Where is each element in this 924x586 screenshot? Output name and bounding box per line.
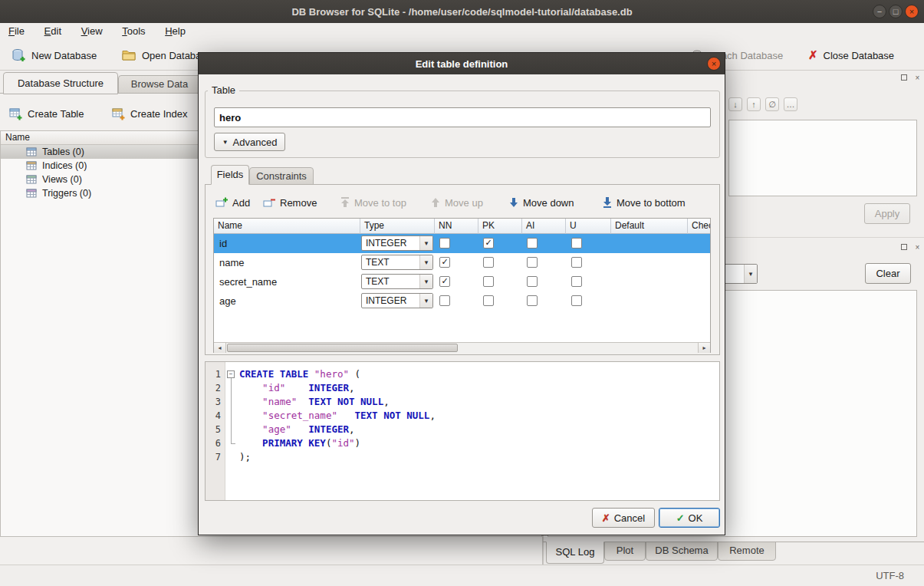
tab-plot[interactable]: Plot xyxy=(604,542,646,561)
fold-line-end xyxy=(231,443,235,444)
field-name-cell[interactable]: secret_name xyxy=(214,272,360,291)
remove-field-button[interactable]: Remove xyxy=(263,192,317,213)
tab-db-schema[interactable]: DB Schema xyxy=(646,542,718,561)
nn-checkbox[interactable]: ✓ xyxy=(439,276,450,287)
dock1-float-icon[interactable] xyxy=(899,74,909,84)
nn-checkbox[interactable]: ✓ xyxy=(439,257,450,268)
move-to-top-button[interactable]: Move to top xyxy=(340,192,406,213)
menu-tools[interactable]: Tools xyxy=(113,23,153,39)
app-screen: { "colors": { "selection_blue": "#45a2e8… xyxy=(0,0,924,586)
indices-icon xyxy=(26,160,37,171)
type-combo[interactable]: TEXT▾ xyxy=(361,255,433,270)
nn-checkbox[interactable] xyxy=(439,238,450,249)
type-combo[interactable]: INTEGER▾ xyxy=(361,235,433,251)
u-checkbox[interactable] xyxy=(571,295,582,306)
menu-file[interactable]: File xyxy=(0,23,33,39)
window-titlebar[interactable]: DB Browser for SQLite - /home/user/code/… xyxy=(0,0,924,23)
apply-button[interactable]: Apply xyxy=(864,203,910,224)
minimize-button[interactable]: − xyxy=(873,5,886,18)
cell-print-icon[interactable]: … xyxy=(784,97,797,111)
pk-checkbox[interactable] xyxy=(483,295,494,306)
fold-marker-icon[interactable]: − xyxy=(227,370,235,378)
chevron-down-icon: ▼ xyxy=(222,139,229,146)
cancel-x-icon: ✗ xyxy=(602,512,610,524)
field-row-name[interactable]: name TEXT▾ ✓ xyxy=(214,253,710,272)
column-header-pk[interactable]: PK xyxy=(478,219,522,234)
window-close-button[interactable]: × xyxy=(905,5,919,18)
column-header-name[interactable]: Name xyxy=(214,219,360,234)
maximize-button[interactable]: □ xyxy=(889,5,903,18)
field-row-secret-name[interactable]: secret_name TEXT▾ ✓ xyxy=(214,272,710,291)
move-to-bottom-button[interactable]: Move to bottom xyxy=(603,192,686,213)
column-header-ai[interactable]: AI xyxy=(522,219,566,234)
field-row-age[interactable]: age INTEGER▾ xyxy=(214,291,710,311)
column-header-u[interactable]: U xyxy=(566,219,611,234)
type-combo[interactable]: TEXT▾ xyxy=(361,274,433,289)
new-database-button[interactable]: New Database xyxy=(11,44,97,66)
ai-checkbox[interactable] xyxy=(527,276,538,287)
dialog-close-button[interactable]: × xyxy=(707,57,721,71)
encoding-indicator[interactable]: UTF-8 xyxy=(876,570,904,581)
ok-button[interactable]: ✓ OK xyxy=(659,508,720,528)
field-name-cell[interactable]: age xyxy=(214,291,360,311)
field-row-id[interactable]: id INTEGER▾ ✓ xyxy=(214,234,710,253)
clear-button[interactable]: Clear xyxy=(865,263,911,284)
remove-label: Remove xyxy=(280,197,317,209)
triggers-icon xyxy=(26,188,37,199)
cancel-button[interactable]: ✗ Cancel xyxy=(592,508,655,528)
sql-preview[interactable]: 1234567 − CREATE TABLE "hero" ( "id" INT… xyxy=(205,361,720,501)
field-name-cell[interactable]: name xyxy=(214,253,360,272)
tab-browse-data[interactable]: Browse Data xyxy=(118,75,201,94)
dock2-float-icon[interactable] xyxy=(899,243,909,253)
combo-arrow-icon: ▾ xyxy=(419,275,432,288)
create-index-button[interactable]: Create Index xyxy=(112,103,187,124)
close-database-button[interactable]: ✗ Close Database xyxy=(808,44,894,66)
ai-checkbox[interactable] xyxy=(527,257,538,268)
tab-database-structure[interactable]: Database Structure xyxy=(3,72,118,94)
apply-label: Apply xyxy=(875,208,900,219)
field-name-cell[interactable]: id xyxy=(214,234,360,253)
dialog-titlebar[interactable]: Edit table definition xyxy=(199,53,725,74)
tab-remote[interactable]: Remote xyxy=(718,542,776,561)
column-header-nn[interactable]: NN xyxy=(435,219,478,234)
tab-sql-log-label: SQL Log xyxy=(556,546,595,558)
nn-checkbox[interactable] xyxy=(439,295,450,306)
tab-sql-log[interactable]: SQL Log xyxy=(546,542,604,564)
menu-help[interactable]: Help xyxy=(156,23,194,39)
add-icon xyxy=(215,196,228,209)
pk-checkbox[interactable] xyxy=(483,257,494,268)
column-header-check[interactable]: Check xyxy=(688,219,710,234)
cell-set-null-icon[interactable]: ∅ xyxy=(765,97,779,111)
dock2-close-icon[interactable]: × xyxy=(912,243,922,253)
ai-checkbox[interactable] xyxy=(527,238,538,249)
advanced-toggle-button[interactable]: ▼ Advanced xyxy=(214,133,285,151)
scroll-left-icon[interactable]: ◂ xyxy=(214,343,226,353)
tab-database-structure-label: Database Structure xyxy=(18,77,104,89)
grid-horizontal-scrollbar[interactable]: ◂ ▸ xyxy=(214,342,710,353)
u-checkbox[interactable] xyxy=(571,238,582,249)
column-header-default[interactable]: Default xyxy=(611,219,688,234)
create-table-button[interactable]: Create Table xyxy=(9,103,84,124)
menu-view[interactable]: View xyxy=(73,23,111,39)
u-checkbox[interactable] xyxy=(571,276,582,287)
table-name-input[interactable] xyxy=(214,107,711,127)
column-header-type[interactable]: Type xyxy=(360,219,435,234)
add-field-button[interactable]: Add xyxy=(215,192,250,213)
scrollbar-thumb[interactable] xyxy=(227,344,458,352)
scroll-right-icon[interactable]: ▸ xyxy=(698,343,710,353)
cell-editor-area[interactable] xyxy=(728,120,917,196)
type-combo[interactable]: INTEGER▾ xyxy=(361,293,433,308)
ai-checkbox[interactable] xyxy=(527,295,538,306)
pk-checkbox[interactable] xyxy=(483,276,494,287)
menu-edit[interactable]: Edit xyxy=(36,23,70,39)
tree-header-label: Name xyxy=(5,132,30,143)
dialog-tab-constraints[interactable]: Constraints xyxy=(249,167,314,185)
u-checkbox[interactable] xyxy=(571,257,582,268)
cell-export-icon[interactable]: ↑ xyxy=(747,97,761,111)
dock1-close-icon[interactable]: × xyxy=(912,74,922,84)
move-up-button[interactable]: Move up xyxy=(431,192,483,213)
dialog-tab-fields[interactable]: Fields xyxy=(211,165,249,185)
cell-import-icon[interactable]: ↓ xyxy=(728,97,742,111)
move-down-button[interactable]: Move down xyxy=(509,192,574,213)
pk-checkbox[interactable]: ✓ xyxy=(483,238,494,249)
